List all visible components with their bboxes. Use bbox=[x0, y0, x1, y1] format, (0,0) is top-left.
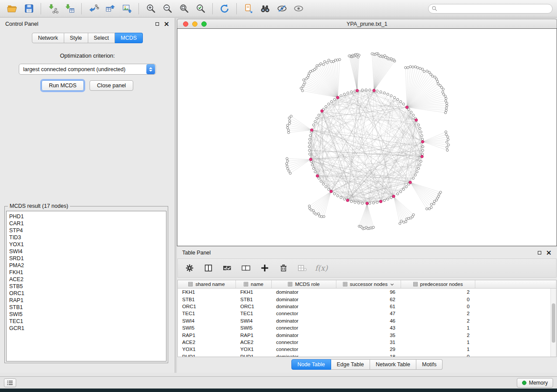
column-header-mcds-role[interactable]: MCDS role bbox=[272, 280, 336, 288]
import-table-button[interactable] bbox=[62, 2, 77, 16]
mcds-node-item[interactable]: PHD1 bbox=[9, 213, 163, 220]
table-row[interactable]: RAP1RAP1dominator352 bbox=[178, 331, 550, 338]
zoom-in-icon bbox=[145, 3, 156, 14]
minimize-window-icon[interactable] bbox=[192, 21, 197, 27]
table-cell: connector bbox=[272, 340, 336, 345]
create-column-button[interactable] bbox=[259, 261, 271, 275]
tab-mcds[interactable]: MCDS bbox=[115, 33, 143, 43]
node-table: shared name name MCDS role successor nod… bbox=[177, 280, 557, 357]
mcds-node-item[interactable]: ORC1 bbox=[9, 290, 163, 297]
open-file-button[interactable] bbox=[4, 2, 20, 16]
search-icon bbox=[432, 6, 437, 11]
task-history-button[interactable] bbox=[4, 378, 16, 387]
tab-edge-table[interactable]: Edge Table bbox=[331, 359, 370, 370]
tab-style[interactable]: Style bbox=[64, 33, 88, 43]
mcds-node-item[interactable]: SWI4 bbox=[9, 248, 163, 255]
network-window-titlebar[interactable]: YPA_prune.txt_1 bbox=[177, 19, 557, 28]
zoom-selected-button[interactable] bbox=[193, 2, 208, 16]
table-cell: 1 bbox=[401, 340, 475, 345]
mcds-node-item[interactable]: GCR1 bbox=[9, 325, 163, 332]
tab-node-table[interactable]: Node Table bbox=[291, 359, 331, 370]
column-label: MCDS role bbox=[295, 282, 319, 287]
run-mcds-button[interactable]: Run MCDS bbox=[42, 80, 84, 91]
table-cell: FKH1 bbox=[178, 289, 236, 295]
zoom-fit-button[interactable] bbox=[176, 2, 192, 16]
mcds-result-list[interactable]: PHD1CAR1STP4TID3YOX1SWI4SRD1PMA2FKH1ACE2… bbox=[6, 211, 166, 361]
clear-table-button[interactable] bbox=[296, 261, 308, 275]
table-cell: ORC1 bbox=[178, 304, 236, 309]
mcds-node-item[interactable]: TEC1 bbox=[9, 318, 163, 325]
network-view[interactable] bbox=[177, 28, 557, 246]
search-network-button[interactable] bbox=[257, 2, 273, 16]
close-table-panel-icon[interactable]: × bbox=[546, 250, 552, 255]
columns-icon bbox=[204, 263, 213, 273]
table-cell: 46 bbox=[336, 318, 401, 323]
column-header-successor-nodes[interactable]: successor nodes bbox=[336, 280, 401, 288]
table-row[interactable]: PHD1PHD1dominator180 bbox=[178, 353, 550, 357]
deselect-all-rows-button[interactable] bbox=[240, 261, 252, 275]
zoom-out-button[interactable] bbox=[159, 2, 175, 16]
export-image-button[interactable] bbox=[119, 2, 135, 16]
tab-select[interactable]: Select bbox=[88, 33, 115, 43]
maximize-window-icon[interactable] bbox=[201, 21, 207, 27]
search-field[interactable] bbox=[428, 4, 553, 14]
mcds-node-item[interactable]: CAR1 bbox=[9, 220, 163, 227]
mcds-node-item[interactable]: SRD1 bbox=[9, 255, 163, 262]
table-row[interactable]: SWI5SWI5connector431 bbox=[178, 324, 550, 331]
mcds-node-item[interactable]: FKH1 bbox=[9, 269, 163, 276]
zoom-in-button[interactable] bbox=[143, 2, 159, 16]
mcds-node-item[interactable]: PMA2 bbox=[9, 262, 163, 269]
export-table-button[interactable] bbox=[102, 2, 118, 16]
table-cell: dominator bbox=[272, 354, 336, 357]
mcds-node-item[interactable]: SWI5 bbox=[9, 311, 163, 318]
close-window-icon[interactable] bbox=[183, 21, 188, 27]
table-row[interactable]: SWI4SWI4dominator462 bbox=[178, 317, 550, 324]
tab-network[interactable]: Network bbox=[32, 33, 64, 43]
tab-network-table[interactable]: Network Table bbox=[370, 359, 416, 370]
delete-column-button[interactable] bbox=[277, 261, 290, 275]
table-row[interactable]: TEC1TEC1connector472 bbox=[178, 310, 550, 317]
save-session-button[interactable] bbox=[21, 2, 37, 16]
float-panel-icon[interactable] bbox=[156, 22, 159, 26]
refresh-button[interactable] bbox=[217, 2, 232, 16]
close-panel-button[interactable]: Close panel bbox=[90, 80, 133, 91]
mcds-node-item[interactable]: STB5 bbox=[9, 283, 163, 290]
mcds-result-group: MCDS result (17 nodes) PHD1CAR1STP4TID3Y… bbox=[4, 203, 168, 363]
show-hide-button[interactable] bbox=[291, 2, 306, 16]
clone-network-button[interactable] bbox=[241, 2, 256, 16]
table-scrollbar[interactable] bbox=[550, 289, 556, 357]
show-columns-button[interactable] bbox=[202, 261, 214, 275]
table-row[interactable]: FKH1FKH1dominator962 bbox=[178, 289, 550, 296]
table-settings-button[interactable] bbox=[183, 261, 196, 275]
column-grid-icon bbox=[343, 282, 347, 286]
mcds-node-item[interactable]: ACE2 bbox=[9, 276, 163, 283]
close-panel-icon[interactable]: × bbox=[164, 21, 170, 27]
network-canvas[interactable] bbox=[177, 29, 557, 246]
column-header-shared-name[interactable]: shared name bbox=[178, 280, 236, 288]
column-header-name[interactable]: name bbox=[236, 280, 272, 288]
mcds-node-item[interactable]: RAP1 bbox=[9, 297, 163, 304]
optimization-criterion-select[interactable]: largest connected component (undirected) bbox=[19, 64, 156, 75]
memory-button[interactable]: Memory bbox=[517, 378, 553, 388]
tab-motifs[interactable]: Motifs bbox=[416, 359, 443, 370]
table-row[interactable]: STB1STB1dominator620 bbox=[178, 296, 550, 303]
mcds-node-item[interactable]: TID3 bbox=[9, 234, 163, 241]
select-all-rows-button[interactable] bbox=[221, 261, 233, 275]
mcds-node-item[interactable]: STP4 bbox=[9, 227, 163, 234]
scrollbar-thumb[interactable] bbox=[552, 303, 555, 343]
export-network-button[interactable] bbox=[86, 2, 101, 16]
search-input[interactable] bbox=[439, 6, 549, 12]
table-cell: 0 bbox=[401, 297, 475, 302]
memory-status-icon bbox=[522, 381, 526, 385]
mcds-node-item[interactable]: STB1 bbox=[9, 304, 163, 311]
column-header-predecessor-nodes[interactable]: predecessor nodes bbox=[401, 280, 475, 288]
table-row[interactable]: ORC1ORC1dominator610 bbox=[178, 303, 550, 310]
table-row[interactable]: YOX1YOX1connector291 bbox=[178, 346, 550, 353]
table-cell: TEC1 bbox=[236, 311, 272, 316]
toggle-visibility-button[interactable] bbox=[274, 2, 290, 16]
table-row[interactable]: ACE2ACE2connector311 bbox=[178, 339, 550, 346]
float-table-panel-icon[interactable] bbox=[538, 251, 541, 254]
mcds-node-item[interactable]: YOX1 bbox=[9, 241, 163, 248]
function-builder-button[interactable]: f(x) bbox=[315, 261, 328, 275]
import-network-button[interactable] bbox=[45, 2, 61, 16]
